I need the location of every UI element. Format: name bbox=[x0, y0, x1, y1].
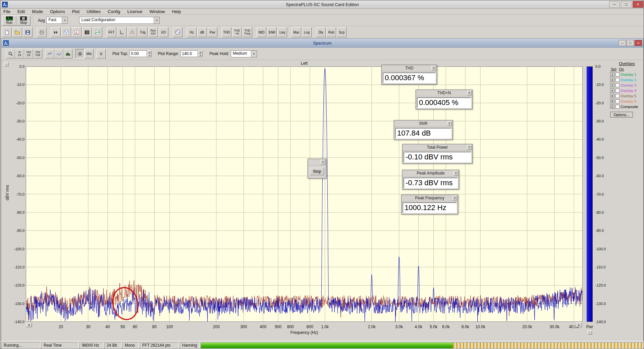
overlay-set-button[interactable]: 5 bbox=[610, 94, 614, 98]
scaling-icon[interactable] bbox=[117, 27, 127, 37]
overlay-on-checkbox[interactable] bbox=[615, 72, 620, 77]
vertical-slider-button[interactable] bbox=[97, 49, 106, 58]
overlay-set-button[interactable]: C bbox=[610, 104, 614, 109]
stop-toolbar-button[interactable]: Stop bbox=[16, 15, 31, 26]
new-file-icon[interactable] bbox=[2, 27, 12, 37]
collapse-left-pane-button[interactable]: − bbox=[4, 62, 9, 66]
time-series-icon[interactable] bbox=[61, 27, 71, 37]
spectrogram-icon[interactable] bbox=[82, 27, 92, 37]
scroll-left-button[interactable]: ◄ bbox=[26, 322, 32, 327]
plot-top-stepper[interactable]: ▲ ▼ bbox=[147, 50, 152, 57]
spin-up-icon[interactable]: ▲ bbox=[147, 50, 152, 54]
snr-panel-titlebar[interactable]: SNR x bbox=[394, 120, 452, 127]
leq-button[interactable]: Leq bbox=[277, 27, 287, 37]
spin-down-icon[interactable]: ▼ bbox=[147, 54, 152, 57]
spectrum-title-bar[interactable]: Spectrum – □ × bbox=[1, 39, 643, 48]
total-power-panel-close-icon[interactable]: x bbox=[467, 145, 472, 150]
print-icon[interactable] bbox=[37, 27, 47, 37]
surface-plot-icon[interactable] bbox=[93, 27, 102, 37]
spectrum-plot-icon[interactable] bbox=[72, 27, 82, 37]
save-icon[interactable] bbox=[23, 27, 33, 37]
chevron-down-icon[interactable]: ▼ bbox=[154, 17, 159, 23]
snr-button[interactable]: SNR bbox=[267, 27, 277, 37]
overlays-options-button[interactable]: Options... bbox=[610, 112, 633, 117]
menu-window[interactable]: Window bbox=[149, 9, 165, 14]
power-units-button[interactable]: Pwr bbox=[208, 27, 217, 37]
open-file-icon[interactable] bbox=[12, 27, 22, 37]
menu-config[interactable]: Config bbox=[107, 9, 121, 14]
overlay-on-checkbox[interactable] bbox=[615, 105, 620, 109]
snr-panel-close-icon[interactable]: x bbox=[447, 121, 452, 126]
plot-range-stepper[interactable]: ▲ ▼ bbox=[198, 50, 203, 57]
minimize-icon[interactable]: – bbox=[619, 40, 626, 46]
spin-down-icon[interactable]: ▼ bbox=[198, 54, 203, 57]
menu-mode[interactable]: Mode bbox=[32, 9, 43, 14]
thd-panel-close-icon[interactable]: x bbox=[431, 66, 436, 70]
hz-units-button[interactable]: Hz bbox=[187, 27, 197, 37]
delay-button[interactable]: Dly bbox=[316, 27, 326, 37]
line-plot-style-button[interactable] bbox=[45, 49, 54, 58]
trigger-button[interactable]: Trig bbox=[138, 27, 148, 37]
title-bar[interactable]: SpectraPLUS-SC Sound Card Edition – □ × bbox=[0, 0, 644, 9]
thd-button[interactable]: THD bbox=[222, 27, 231, 37]
run-button[interactable]: Run bbox=[2, 15, 16, 26]
smoothing-window-icon[interactable] bbox=[127, 27, 137, 37]
close-icon[interactable]: × bbox=[633, 1, 643, 8]
overlay-on-checkbox[interactable] bbox=[615, 89, 620, 93]
peak-frequency-panel-titlebar[interactable]: Peak Frequency x bbox=[401, 195, 458, 201]
menu-utilities[interactable]: Utilities bbox=[86, 9, 101, 14]
zoom-out-full-button[interactable]: Out Full bbox=[33, 49, 42, 58]
zoom-out-2x-button[interactable]: Out 2X bbox=[24, 49, 33, 58]
run-control-button[interactable]: RunCtrl bbox=[148, 27, 158, 37]
scope-button[interactable]: Scp bbox=[337, 27, 346, 37]
menu-options[interactable]: Options bbox=[50, 9, 65, 14]
plot-top-input[interactable] bbox=[129, 50, 147, 57]
peak-amplitude-panel-close-icon[interactable]: x bbox=[453, 171, 458, 176]
zoom-select-button[interactable] bbox=[6, 49, 15, 58]
io-button[interactable]: I/O bbox=[159, 27, 168, 37]
fast-forward-icon[interactable] bbox=[51, 27, 61, 37]
chevron-down-icon[interactable]: ▼ bbox=[62, 17, 67, 23]
averaging-select[interactable]: Fast ▼ bbox=[46, 17, 68, 24]
overlay-set-button[interactable]: 4 bbox=[610, 88, 614, 93]
overlay-set-button[interactable]: 1 bbox=[610, 72, 614, 77]
stop-panel-titlebar[interactable]: x bbox=[308, 159, 326, 165]
marker-button[interactable]: Mrk bbox=[85, 49, 94, 58]
chevron-down-icon[interactable]: ▼ bbox=[251, 51, 257, 57]
macro-button[interactable]: Mac bbox=[291, 27, 301, 37]
overlay-on-checkbox[interactable] bbox=[615, 94, 620, 98]
db-units-button[interactable]: dB bbox=[197, 27, 207, 37]
peak-frequency-panel-close-icon[interactable]: x bbox=[452, 196, 457, 200]
overlay-set-button[interactable]: 2 bbox=[610, 78, 614, 82]
spin-up-icon[interactable]: ▲ bbox=[198, 50, 203, 54]
reverb-button[interactable]: Rvb bbox=[326, 27, 336, 37]
minimize-icon[interactable]: – bbox=[609, 1, 620, 8]
close-icon[interactable]: × bbox=[635, 40, 642, 46]
scroll-right-button[interactable]: ► bbox=[576, 322, 582, 327]
peak-hold-select[interactable]: Medium ▼ bbox=[231, 50, 257, 57]
thd-panel-titlebar[interactable]: THD x bbox=[382, 65, 437, 71]
peak-amplitude-panel-titlebar[interactable]: Peak Amplitude x bbox=[402, 170, 459, 177]
menu-help[interactable]: Help bbox=[172, 9, 181, 14]
total-power-panel-titlebar[interactable]: Total Power x bbox=[402, 144, 472, 151]
overlay-on-checkbox[interactable] bbox=[615, 78, 620, 82]
stop-panel-close-icon[interactable]: x bbox=[321, 160, 325, 164]
overlay-on-checkbox[interactable] bbox=[615, 83, 620, 87]
menu-edit[interactable]: Edit bbox=[17, 9, 25, 14]
thd-n-panel-close-icon[interactable]: x bbox=[467, 91, 472, 95]
maximize-icon[interactable]: □ bbox=[627, 40, 634, 46]
overlay-on-checkbox[interactable] bbox=[615, 99, 620, 103]
zoom-in-2x-button[interactable]: In 2X bbox=[15, 49, 24, 58]
signal-generator-icon[interactable] bbox=[173, 27, 182, 37]
menu-license[interactable]: License bbox=[127, 9, 143, 14]
thd-n-button[interactable]: THD+N bbox=[232, 27, 242, 37]
maximize-icon[interactable]: □ bbox=[621, 1, 632, 8]
menu-file[interactable]: File bbox=[3, 9, 11, 14]
thd-freq-button[interactable]: THDFreq bbox=[243, 27, 252, 37]
spectrum-plot[interactable] bbox=[26, 66, 583, 322]
imd-button[interactable]: IMD bbox=[257, 27, 266, 37]
grid-toggle-button[interactable] bbox=[75, 49, 85, 58]
overlay-set-button[interactable]: 3 bbox=[610, 83, 614, 87]
logging-button[interactable]: Log bbox=[302, 27, 312, 37]
fft-settings-button[interactable]: FFT bbox=[107, 27, 116, 37]
